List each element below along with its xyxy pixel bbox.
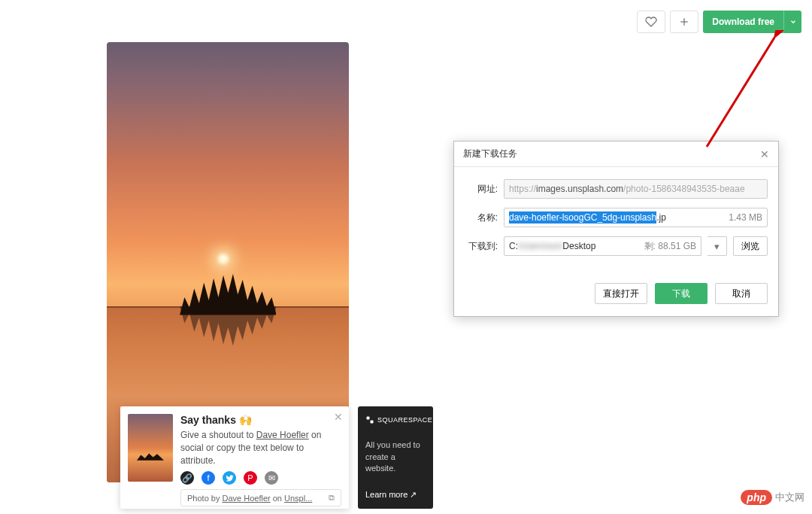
close-dialog-button[interactable]: ✕	[760, 148, 769, 160]
download-free-button[interactable]: Download free	[703, 11, 801, 33]
chevron-down-icon	[789, 18, 797, 26]
heart-icon	[645, 16, 657, 28]
file-size: 1.43 MB	[729, 212, 762, 223]
save-path-field[interactable]: C:\Users\xxx\Desktop 剩: 88.51 GB	[504, 236, 701, 256]
attr-author-link[interactable]: Dave Hoefler	[222, 494, 270, 503]
url-field[interactable]: https://images.unsplash.com/photo-158634…	[504, 179, 768, 199]
saveto-label: 下载到:	[465, 240, 498, 253]
facebook-icon[interactable]: f	[201, 471, 215, 485]
download-caret[interactable]	[783, 11, 801, 33]
thanks-thumbnail	[128, 414, 173, 482]
learn-more-link[interactable]: Learn more ↗	[365, 490, 426, 500]
path-dropdown-button[interactable]: ▾	[707, 236, 727, 256]
name-label: 名称:	[465, 211, 498, 224]
annotation-arrow	[677, 30, 797, 158]
twitter-icon[interactable]	[223, 471, 236, 485]
svg-rect-3	[371, 421, 374, 424]
browse-button[interactable]: 浏览	[733, 236, 768, 256]
copy-attribution-icon[interactable]: ⧉	[329, 493, 335, 503]
download-button[interactable]: 下载	[655, 283, 707, 304]
svg-rect-2	[367, 417, 370, 420]
add-button[interactable]	[670, 11, 698, 33]
email-icon[interactable]: ✉	[265, 471, 278, 485]
squarespace-logo: SQUARESPACE	[365, 415, 426, 424]
svg-line-4	[707, 38, 774, 147]
plus-icon	[678, 16, 690, 28]
attr-site-link[interactable]: Unspl...	[284, 494, 312, 503]
download-dialog: 新建下载任务 ✕ 网址: https://images.unsplash.com…	[453, 141, 779, 317]
author-link[interactable]: Dave Hoefler	[256, 430, 309, 440]
php-watermark: php 中文网	[741, 490, 804, 505]
attribution-box: Photo by Dave Hoefler on Unspl... ⧉	[180, 489, 341, 506]
thanks-title: Say thanks 🙌	[180, 414, 341, 426]
url-label: 网址:	[465, 183, 498, 196]
filename-field[interactable]: dave-hoefler-lsoogGC_5dg-unsplash.jp 1.4…	[504, 208, 768, 227]
download-label: Download free	[703, 17, 783, 27]
squarespace-tagline: All you need to create a website.	[365, 439, 426, 474]
pinterest-icon[interactable]: P	[244, 471, 257, 485]
close-thanks-button[interactable]: ✕	[334, 411, 343, 423]
like-button[interactable]	[637, 11, 665, 33]
thanks-description: Give a shoutout to Dave Hoefler on socia…	[180, 429, 341, 467]
squarespace-ad[interactable]: SQUARESPACE All you need to create a web…	[358, 406, 433, 509]
open-direct-button[interactable]: 直接打开	[595, 283, 647, 304]
dialog-title: 新建下载任务	[463, 148, 517, 160]
cancel-button[interactable]: 取消	[715, 283, 768, 304]
say-thanks-card: ✕ Say thanks 🙌 Give a shoutout to Dave H…	[120, 406, 349, 509]
link-share-icon[interactable]: 🔗	[180, 471, 194, 485]
